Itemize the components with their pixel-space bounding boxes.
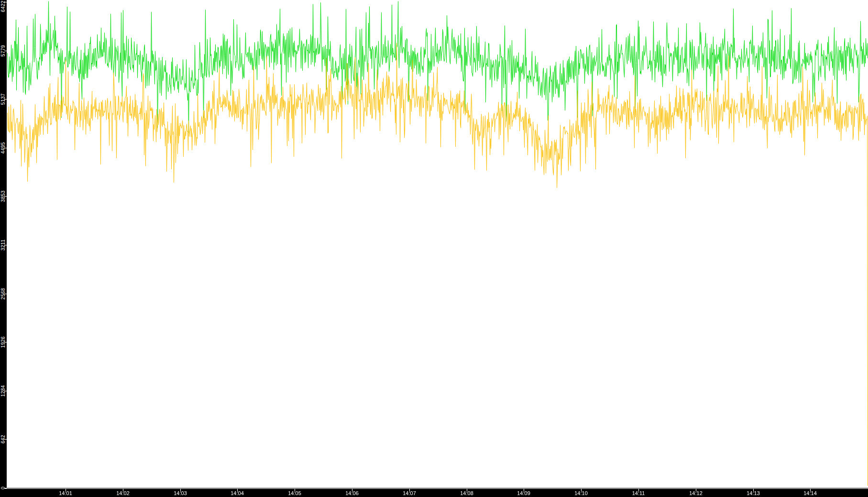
- y-axis-tick-label: 5779: [0, 45, 6, 56]
- y-axis-tick-label: 3211: [0, 239, 6, 251]
- y-axis-tick-label: 1926: [0, 336, 6, 348]
- x-axis-tick-label: 14:05: [280, 490, 309, 496]
- y-axis-tick-label: 6422: [0, 0, 6, 12]
- x-axis-tick-label: 14:13: [739, 490, 768, 496]
- x-axis-tick-label: 14:09: [509, 490, 538, 496]
- x-axis-highlight-line: [5, 488, 868, 489]
- y-axis-tick-label: 1284: [0, 385, 6, 397]
- y-axis-tick-label: 2568: [0, 288, 6, 299]
- x-axis-tick-label: 14:11: [624, 490, 653, 496]
- y-axis-tick-label: 3853: [0, 190, 6, 202]
- chart-plot-canvas: [0, 0, 868, 497]
- x-axis-tick-label: 14:07: [395, 490, 424, 496]
- monitor-graph: 0642128419262568321138534495513757796422…: [0, 0, 868, 497]
- x-axis-tick-label: 14:02: [109, 490, 137, 496]
- x-axis-tick-label: 14:14: [796, 490, 824, 496]
- y-axis-tick-label: 5137: [0, 93, 6, 105]
- x-axis-tick-label: 14:12: [681, 490, 710, 496]
- x-axis-tick-label: 14:03: [166, 490, 195, 496]
- y-axis-tick-label: 0: [0, 486, 6, 489]
- x-axis-tick-label: 14:04: [223, 490, 252, 496]
- y-axis-tick-label: 642: [0, 435, 6, 443]
- y-axis-tick-label: 4495: [0, 142, 6, 154]
- x-axis-tick-label: 14:10: [567, 490, 595, 496]
- x-axis-tick-label: 14:01: [51, 490, 80, 496]
- x-axis-tick-label: 14:08: [452, 490, 481, 496]
- x-axis-tick-label: 14:06: [338, 490, 366, 496]
